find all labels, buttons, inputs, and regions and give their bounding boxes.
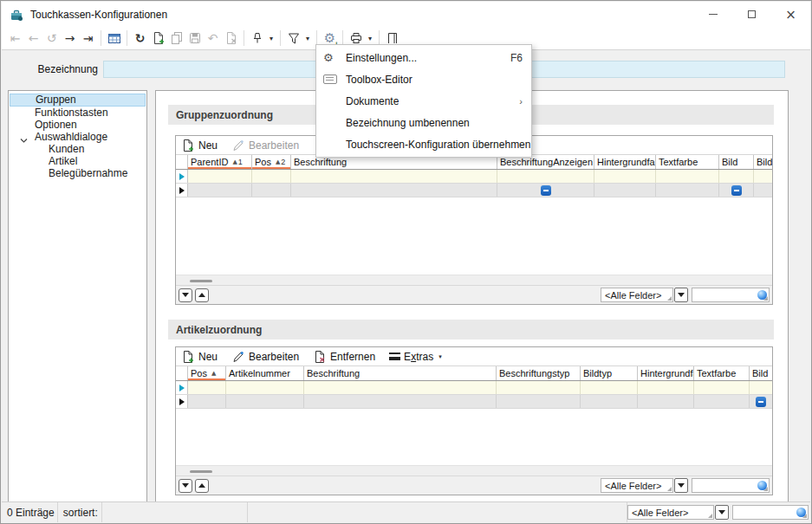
column-header-parentid[interactable]: ParentID▲1	[188, 155, 252, 169]
toolbar-separator	[101, 30, 101, 46]
column-header-pos[interactable]: Pos▲2	[252, 155, 291, 169]
filter-dropdown-icon[interactable]: ▾	[302, 35, 313, 42]
artikel-filter-row[interactable]	[176, 381, 772, 395]
gruppen-summary-row[interactable]	[176, 184, 772, 197]
row-arrow-icon	[179, 173, 185, 180]
status-search-box[interactable]	[732, 505, 809, 520]
pin-dropdown-icon[interactable]: ▾	[266, 35, 276, 42]
column-header-bildtyp[interactable]: Bildtyp	[581, 366, 638, 380]
menu-item-bezeichnung-umbenennen[interactable]: Bezeichnung umbenennen	[316, 112, 531, 133]
menu-item-touchscreen-konfiguration-uebernehmen[interactable]: Touchscreen-Konfiguration übernehmen	[316, 133, 531, 155]
down-triangle-icon	[182, 483, 189, 488]
tree-item-optionen[interactable]: Optionen	[10, 119, 146, 131]
status-search-input[interactable]	[735, 507, 796, 518]
column-header-pos[interactable]: Pos▲	[188, 366, 226, 380]
new-page-icon	[181, 350, 195, 364]
scroll-down-button[interactable]	[179, 479, 192, 493]
current-row-marker[interactable]	[176, 170, 188, 183]
column-header-textfarbe[interactable]: Textfarbe	[694, 366, 750, 380]
pencil-icon	[231, 139, 245, 152]
filter-field-dropdown-button[interactable]	[715, 505, 729, 520]
shortcut-label: F6	[510, 52, 523, 64]
table-view-icon[interactable]	[105, 29, 123, 48]
current-row-marker[interactable]	[176, 381, 188, 394]
splitter-grip[interactable]	[176, 465, 772, 475]
column-header-bildgroesse[interactable]: Bildgrö	[754, 155, 772, 169]
discard-record-icon[interactable]	[222, 29, 240, 48]
search-globe-icon[interactable]	[757, 481, 767, 490]
artikel-summary-row[interactable]	[176, 395, 772, 409]
undo-icon[interactable]: ↶	[204, 29, 222, 48]
filter-field-dropdown-button[interactable]	[674, 288, 688, 302]
grid-search-box[interactable]	[692, 478, 770, 493]
column-header-bild[interactable]: Bild	[719, 155, 754, 169]
previous-record-icon[interactable]: ←	[24, 29, 42, 48]
status-search-group: <Alle Felder>	[627, 505, 810, 520]
grid-search-input[interactable]	[694, 289, 755, 301]
neu-button[interactable]: Neu	[181, 139, 218, 152]
print-dropdown-icon[interactable]: ▾	[365, 35, 375, 42]
refresh-icon[interactable]: ↻	[131, 29, 149, 48]
column-header-hintergrundfarbe[interactable]: Hintergrundfa	[594, 155, 656, 169]
save-icon[interactable]	[185, 29, 204, 48]
column-header-textfarbe[interactable]: Textfarbe	[656, 155, 719, 169]
minus-badge[interactable]	[731, 185, 742, 196]
bearbeiten-button[interactable]: Bearbeiten	[231, 139, 299, 152]
last-record-icon[interactable]: ⇥	[79, 29, 97, 48]
artikel-grid-navigator: <Alle Felder>	[176, 475, 772, 495]
row-marker[interactable]	[176, 184, 188, 197]
gruppen-filter-row[interactable]	[176, 170, 772, 184]
artikel-grid-empty-area	[176, 409, 772, 465]
column-header-artikelnummer[interactable]: Artikelnummer	[226, 366, 304, 380]
filter-icon[interactable]	[284, 29, 302, 48]
column-header-bild[interactable]: Bild	[750, 366, 772, 380]
tree-item-artikel[interactable]: Artikel	[10, 155, 146, 167]
filter-field-dropdown-button[interactable]	[674, 478, 688, 493]
scroll-up-button[interactable]	[195, 479, 209, 493]
menu-item-toolbox-editor[interactable]: Toolbox-Editor	[316, 68, 531, 90]
tree-item-kunden[interactable]: Kunden	[10, 143, 146, 155]
splitter-grip[interactable]	[176, 275, 772, 285]
neu-button[interactable]: Neu	[181, 350, 218, 364]
resize-grip-icon	[667, 487, 672, 491]
column-header-beschriftungstyp[interactable]: Beschriftungstyp	[497, 366, 581, 380]
title-bar: Touchkassen-Konfigurationen ×	[2, 2, 810, 27]
filter-field-selector[interactable]: <Alle Felder>	[601, 288, 673, 302]
filter-field-selector[interactable]: <Alle Felder>	[601, 478, 673, 493]
pin-icon[interactable]	[248, 29, 266, 48]
close-button[interactable]: ×	[771, 2, 810, 27]
minus-badge[interactable]	[756, 397, 766, 407]
artikel-grid-header: Pos▲ Artikelnummer Beschriftung Beschrif…	[176, 366, 772, 381]
new-record-icon[interactable]	[149, 29, 167, 48]
minimize-button[interactable]	[693, 2, 732, 27]
column-header-hintergrundfarbe[interactable]: Hintergrundfa	[638, 366, 694, 380]
tree-item-gruppen[interactable]: Gruppen	[10, 94, 146, 107]
gruppen-grid-navigator: <Alle Felder>	[176, 285, 772, 304]
menu-item-einstellungen[interactable]: ⚙ Einstellungen... F6	[316, 47, 531, 68]
first-record-icon[interactable]: ⇤	[6, 29, 24, 48]
extras-button[interactable]: Extras ▾	[389, 351, 442, 363]
filter-field-selector[interactable]: <Alle Felder>	[627, 505, 714, 520]
tree-item-auswahldialoge[interactable]: Auswahldialoge	[10, 131, 146, 143]
scroll-down-button[interactable]	[179, 288, 192, 302]
status-bar: 0 Einträge sortiert: <Alle Felder>	[2, 501, 810, 522]
column-header-beschriftung[interactable]: Beschriftung	[304, 366, 497, 380]
grid-search-box[interactable]	[692, 288, 770, 302]
search-globe-icon[interactable]	[796, 508, 806, 517]
maximize-button[interactable]	[732, 2, 771, 27]
history-icon[interactable]: ↺	[42, 29, 61, 48]
menu-item-dokumente[interactable]: Dokumente ›	[316, 90, 531, 112]
scroll-up-button[interactable]	[195, 288, 209, 302]
toolbar-separator	[244, 30, 244, 46]
entfernen-button[interactable]: Entfernen	[313, 350, 375, 364]
bearbeiten-button[interactable]: Bearbeiten	[231, 350, 299, 364]
copy-icon[interactable]	[167, 29, 185, 48]
grid-search-input[interactable]	[694, 480, 755, 491]
resize-grip-icon	[708, 514, 712, 518]
row-marker[interactable]	[176, 395, 188, 408]
search-globe-icon[interactable]	[757, 290, 767, 300]
next-record-icon[interactable]: →	[61, 29, 79, 48]
tree-item-funktionstasten[interactable]: Funktionstasten	[10, 107, 146, 119]
minus-badge[interactable]	[541, 185, 551, 196]
tree-item-belegübernahme[interactable]: Belegübernahme	[10, 167, 146, 179]
